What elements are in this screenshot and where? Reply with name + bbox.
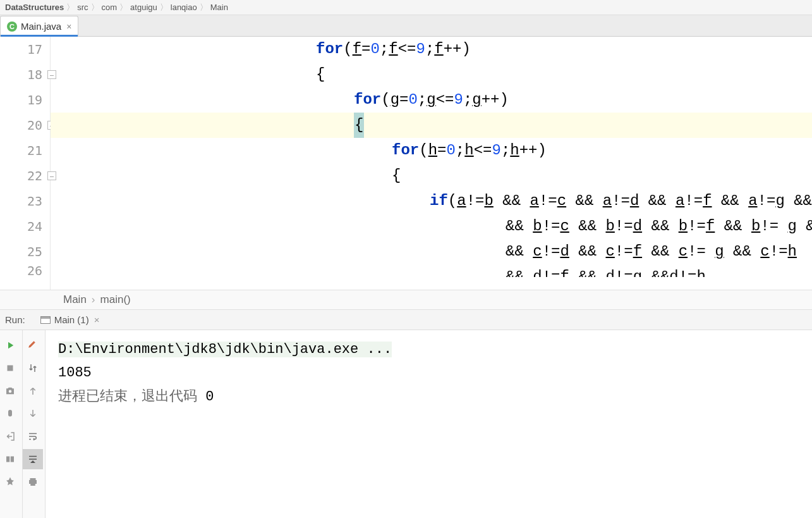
- breadcrumb-item[interactable]: lanqiao: [171, 3, 197, 12]
- code-line[interactable]: {: [51, 113, 812, 138]
- code-content[interactable]: for(f=0;f<=9;f++){for(g=0;g<=9;g++){for(…: [51, 37, 812, 290]
- svg-rect-0: [8, 366, 13, 371]
- program-output: 1085: [58, 361, 799, 385]
- run-toolwindow-header: Run: Main (1) ×: [0, 310, 812, 330]
- chevron-right-icon: 〉: [91, 2, 99, 13]
- pin-icon[interactable]: [0, 472, 20, 492]
- code-line[interactable]: if(a!=b && a!=c && a!=d && a!=f && a!=g …: [51, 188, 812, 214]
- gutter-line[interactable]: 26: [0, 264, 50, 277]
- gutter-line[interactable]: 19: [0, 87, 50, 113]
- breadcrumb-item[interactable]: com: [102, 3, 118, 12]
- code-line[interactable]: {: [51, 163, 812, 188]
- camera-icon[interactable]: [0, 381, 20, 401]
- command-line: D:\Environment\jdk8\jdk\bin\java.exe ...: [58, 342, 392, 357]
- sort-icon[interactable]: [23, 358, 43, 378]
- exit-message: 进程已结束，退出代码 0: [58, 385, 799, 409]
- rerun-button[interactable]: [0, 335, 20, 355]
- structure-breadcrumb: Main › main(): [0, 290, 812, 310]
- console-output[interactable]: D:\Environment\jdk8\jdk\bin\java.exe ...…: [45, 330, 812, 518]
- wrap-icon[interactable]: [23, 426, 43, 447]
- svg-rect-3: [11, 457, 14, 462]
- edit-icon[interactable]: [23, 335, 43, 355]
- code-line[interactable]: && d!=f && d!=g &&d!=h: [51, 264, 812, 277]
- gutter-line[interactable]: 18–: [0, 62, 50, 87]
- scroll-to-end-icon[interactable]: [23, 449, 43, 469]
- breadcrumb-item[interactable]: DataStructures: [5, 3, 64, 12]
- run-actions-secondary: [23, 330, 45, 518]
- gutter-line[interactable]: 17: [0, 37, 50, 62]
- chevron-right-icon: 〉: [160, 2, 168, 13]
- gutter-line[interactable]: 22–: [0, 163, 50, 188]
- gutter-line[interactable]: 25: [0, 239, 50, 264]
- crumb-class[interactable]: Main: [63, 293, 87, 306]
- breadcrumb-item[interactable]: src: [77, 3, 88, 12]
- chevron-right-icon: ›: [92, 293, 95, 306]
- chevron-right-icon: 〉: [200, 2, 208, 13]
- layout-icon[interactable]: [0, 449, 20, 469]
- project-breadcrumb: DataStructures 〉 src 〉 com 〉 atguigu 〉 l…: [0, 0, 812, 15]
- up-arrow-icon[interactable]: [23, 381, 43, 401]
- breadcrumb-item[interactable]: Main: [210, 3, 228, 12]
- run-console: D:\Environment\jdk8\jdk\bin\java.exe ...…: [0, 330, 812, 518]
- run-label: Run:: [5, 314, 25, 325]
- application-icon: [40, 316, 51, 324]
- run-config-tab[interactable]: Main (1) ×: [35, 312, 105, 328]
- editor-tab-bar: C Main.java ×: [0, 15, 812, 37]
- chevron-right-icon: 〉: [119, 2, 128, 13]
- gutter-line[interactable]: 20–: [0, 113, 50, 138]
- stop-button[interactable]: [0, 358, 20, 378]
- line-gutter: 1718–1920–2122–23242526: [0, 37, 51, 290]
- gutter-line[interactable]: 23: [0, 188, 50, 214]
- svg-point-1: [9, 390, 12, 393]
- code-editor[interactable]: 1718–1920–2122–23242526 for(f=0;f<=9;f++…: [0, 37, 812, 290]
- gutter-line[interactable]: 24: [0, 214, 50, 239]
- breadcrumb-item[interactable]: atguigu: [130, 3, 157, 12]
- class-icon: C: [7, 22, 17, 32]
- exit-icon[interactable]: [0, 426, 20, 447]
- debug-icon[interactable]: [0, 404, 20, 424]
- run-actions-primary: [0, 330, 23, 518]
- code-line[interactable]: for(h=0;h<=9;h++): [51, 138, 812, 163]
- gutter-line[interactable]: 21: [0, 138, 50, 163]
- editor-tab-main[interactable]: C Main.java ×: [0, 16, 78, 36]
- code-line[interactable]: && b!=c && b!=d && b!=f && b!= g &&: [51, 214, 812, 239]
- svg-rect-2: [6, 457, 9, 462]
- down-arrow-icon[interactable]: [23, 404, 43, 424]
- code-line[interactable]: for(f=0;f<=9;f++): [51, 37, 812, 62]
- print-icon[interactable]: [23, 472, 43, 492]
- code-line[interactable]: && c!=d && c!=f && c!= g && c!=h: [51, 239, 812, 264]
- code-line[interactable]: for(g=0;g<=9;g++): [51, 87, 812, 113]
- run-tab-label: Main (1): [54, 314, 89, 325]
- crumb-method[interactable]: main(): [100, 293, 131, 306]
- tab-label: Main.java: [21, 21, 61, 32]
- code-line[interactable]: {: [51, 62, 812, 87]
- close-icon[interactable]: ×: [94, 314, 100, 325]
- chevron-right-icon: 〉: [66, 2, 75, 13]
- close-icon[interactable]: ×: [66, 22, 71, 32]
